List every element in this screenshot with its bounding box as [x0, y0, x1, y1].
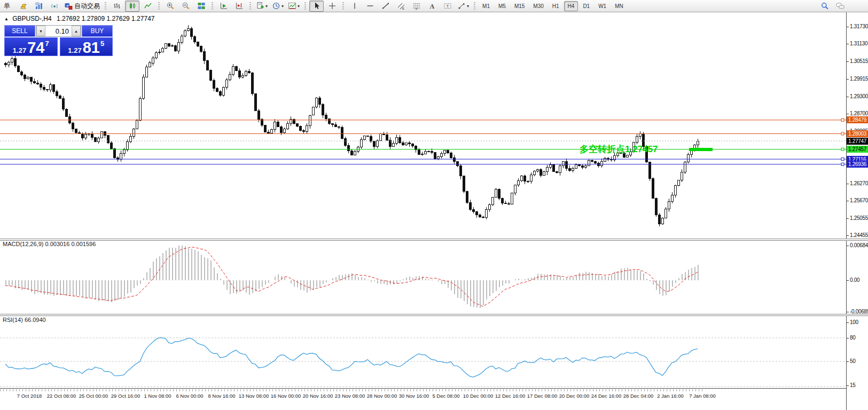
time-tick-label: 5 Dec 08:00 [432, 393, 459, 399]
toolbar: 单自动交易▾▾▾EFAT▾M1M5M15M30H1H4D1W1MN [0, 0, 868, 12]
volume-input[interactable] [45, 26, 72, 36]
svg-text:T: T [446, 4, 449, 9]
timeframe-tf-m15-button[interactable]: M15 [511, 1, 528, 11]
equidistant-channel-button[interactable]: E [394, 1, 408, 12]
indicators-list-button[interactable]: ▾ [286, 1, 301, 12]
periods-button[interactable]: ▾ [270, 1, 285, 12]
macd-label: MACD(12,26,9) 0.003016 0.001596 [3, 241, 96, 247]
time-tick-label: 6 Nov 00:00 [176, 393, 203, 399]
price-tick-label: 1.31730 [850, 23, 868, 29]
volume-increase-button[interactable]: ▲ [72, 26, 81, 36]
sell-price-pip: 7 [45, 40, 49, 47]
toolbar-grip [158, 2, 160, 10]
candle-chart-mode-button[interactable] [125, 1, 139, 12]
text-label-button[interactable]: T [440, 1, 455, 12]
level-badge-1.26936[interactable]: 1.26936 [847, 161, 868, 168]
new-order-cut-label: 单 [4, 2, 10, 11]
zoom-out-button[interactable] [178, 1, 193, 12]
time-tick-label: 22 Oct 08:00 [47, 393, 76, 399]
sell-button[interactable]: SELL [4, 25, 35, 37]
mt4-window: 单自动交易▾▾▾EFAT▾M1M5M15M30H1H4D1W1MN ▲ GBPU… [0, 0, 868, 410]
search-icon [820, 2, 829, 10]
chart-shift-button[interactable] [232, 1, 246, 12]
arrows-button[interactable]: ▾ [456, 1, 471, 12]
tf-m5-label: M5 [498, 3, 506, 9]
signals-button[interactable] [47, 1, 61, 12]
price-axis: 1.317301.311301.305151.299151.293001.287… [846, 12, 868, 410]
new-chart-button[interactable]: ▾ [254, 1, 269, 12]
price-tick-label: 1.25055 [850, 215, 868, 221]
annotation-text[interactable]: 多空转折点1.27457 [580, 143, 658, 155]
timeframe-tf-w1-button[interactable]: W1 [595, 1, 610, 11]
collapse-panel-icon[interactable]: ▲ [4, 17, 9, 21]
rsi-label: RSI(14) 66.0940 [3, 317, 46, 323]
level-badge-1.27457[interactable]: 1.27457 [847, 146, 868, 153]
new-order-cut-button[interactable]: 单 [1, 1, 15, 12]
new-chart-icon [256, 2, 264, 10]
timeframe-tf-d1-button[interactable]: D1 [579, 1, 593, 11]
level-badge-1.28479[interactable]: 1.28479 [847, 116, 868, 123]
timeframe-tf-mn-button[interactable]: MN [611, 1, 627, 11]
search-button[interactable] [817, 1, 832, 12]
gold-ingot-icon [19, 2, 28, 10]
chat-button[interactable] [833, 1, 847, 12]
hline-handle[interactable] [841, 163, 844, 165]
buy-price-box[interactable]: 1.27 81 5 [60, 37, 113, 56]
auto-scroll-button[interactable] [216, 1, 231, 12]
time-tick-label: 25 Oct 00:00 [79, 393, 108, 399]
zoom-in-button[interactable] [163, 1, 177, 12]
time-tick-label: 30 Nov 16:00 [399, 393, 429, 399]
channel-icon: E [397, 2, 405, 10]
timeframe-tf-m30-button[interactable]: M30 [529, 1, 547, 11]
timeframe-tf-h4-button[interactable]: H4 [564, 1, 578, 11]
text-button[interactable]: A [425, 1, 439, 12]
price-tick-label: 1.30515 [850, 58, 868, 64]
tf-h1-label: H1 [552, 3, 559, 9]
timeframe-tf-m5-button[interactable]: M5 [495, 1, 510, 11]
hline-handle[interactable] [841, 132, 844, 135]
chart-shift-icon [235, 2, 244, 10]
signal-icon [50, 2, 59, 10]
vertical-line-button[interactable] [347, 1, 362, 12]
tile-windows-button[interactable] [194, 1, 208, 12]
sell-price-box[interactable]: 1.27 74 7 [4, 37, 58, 56]
tf-m30-label: M30 [533, 3, 543, 9]
line-chart-mode-button[interactable] [140, 1, 155, 12]
auto-trading-button[interactable]: 自动交易 [62, 1, 101, 12]
level-badge-1.28003[interactable]: 1.28003 [847, 130, 868, 137]
trendline-button[interactable] [378, 1, 393, 12]
volume-decrease-button[interactable]: ▼ [36, 26, 45, 36]
chart-area[interactable]: ▲ GBPUSD-,H4 1.27692 1.27809 1.27629 1.2… [0, 12, 868, 410]
crosshair-button[interactable] [325, 1, 339, 12]
hline-handle[interactable] [841, 119, 844, 121]
trendline-icon [381, 2, 390, 10]
symbol-label: GBPUSD-,H4 [12, 15, 51, 22]
cursor-button[interactable] [309, 1, 324, 12]
price-tick-label: 0.00 [850, 277, 859, 283]
timeframe-tf-h1-button[interactable]: H1 [549, 1, 563, 11]
hline-handle[interactable] [841, 148, 844, 151]
horizontal-line-button[interactable] [363, 1, 377, 12]
toolbar-grip [212, 2, 213, 10]
hline-handle[interactable] [841, 158, 844, 161]
toolbar-grip [249, 2, 251, 10]
sell-price-main: 74 [27, 42, 44, 54]
pane-separator-macd[interactable] [0, 239, 868, 241]
axis-tick [847, 44, 849, 44]
market-watch-button[interactable] [16, 1, 30, 12]
pane-separator-rsi[interactable] [0, 314, 868, 316]
shapes-icon [457, 2, 466, 10]
annotation-bar[interactable] [689, 148, 713, 151]
chart-upload-button[interactable] [32, 1, 46, 12]
rsi-layer [0, 338, 846, 387]
buy-button[interactable]: BUY [82, 25, 113, 37]
svg-text:A: A [429, 3, 434, 10]
timeframe-tf-m1-button[interactable]: M1 [479, 1, 494, 11]
indicators-icon [288, 2, 296, 10]
bar-chart-mode-button[interactable] [110, 1, 124, 12]
chart-canvas[interactable] [0, 12, 846, 410]
time-tick-label: 13 Nov 08:00 [239, 393, 269, 399]
tf-mn-label: MN [615, 3, 623, 9]
fibonacci-button[interactable]: F [409, 1, 424, 12]
axis-tick [847, 280, 849, 281]
